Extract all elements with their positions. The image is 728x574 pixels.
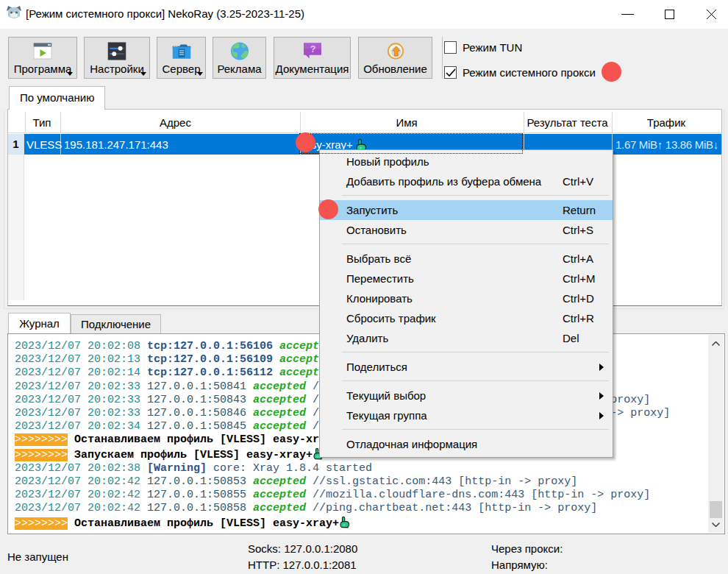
svg-text:?: ? [310,44,315,54]
